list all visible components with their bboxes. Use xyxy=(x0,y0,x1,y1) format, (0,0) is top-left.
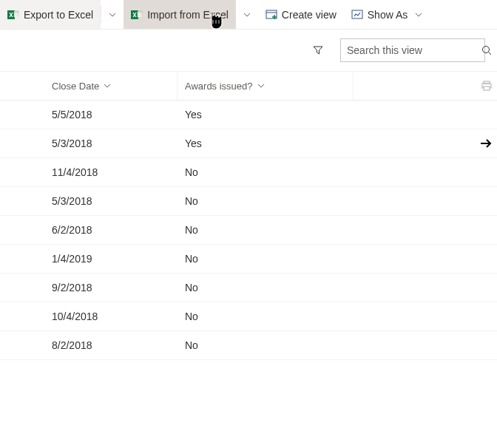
svg-rect-14 xyxy=(352,10,362,18)
create-view-icon xyxy=(266,9,277,21)
export-to-excel-button[interactable]: Export to Excel xyxy=(0,0,101,29)
table-row[interactable]: 10/4/2018No xyxy=(0,302,497,331)
svg-rect-2 xyxy=(14,13,18,14)
svg-rect-19 xyxy=(484,86,490,90)
arrow-right-icon[interactable] xyxy=(479,137,493,150)
search-box[interactable] xyxy=(340,38,485,62)
export-label: Export to Excel xyxy=(24,9,93,21)
svg-rect-4 xyxy=(14,16,18,17)
svg-rect-6 xyxy=(138,11,142,13)
import-label: Import from Excel xyxy=(147,9,229,21)
chevron-down-icon xyxy=(257,82,265,89)
chevron-down-icon xyxy=(104,82,111,89)
cell-close-date: 11/4/2018 xyxy=(0,166,178,178)
svg-line-16 xyxy=(489,52,492,55)
column-header-close-date[interactable]: Close Date xyxy=(52,81,111,92)
chevron-down-icon xyxy=(109,11,116,18)
excel-icon xyxy=(7,9,19,21)
excel-icon xyxy=(131,9,143,21)
show-as-icon xyxy=(351,9,363,21)
cell-awards-issued: No xyxy=(178,224,354,236)
data-grid: Close Date Awards issued? 5/5/2018Yes5/3… xyxy=(0,71,497,360)
rows-container: 5/5/2018Yes5/3/2018Yes11/4/2018No5/3/201… xyxy=(0,101,497,360)
svg-rect-3 xyxy=(14,14,18,16)
command-bar: Export to Excel Import from Excel Create… xyxy=(0,0,497,30)
svg-point-15 xyxy=(483,47,490,53)
search-input[interactable] xyxy=(347,44,476,56)
funnel-icon xyxy=(312,44,324,56)
cell-close-date: 10/4/2018 xyxy=(0,310,178,322)
cell-awards-issued: Yes xyxy=(178,109,354,121)
chevron-down-icon xyxy=(415,11,422,18)
cell-awards-issued: No xyxy=(178,195,354,207)
cell-awards-issued: Yes xyxy=(178,138,354,149)
table-row[interactable]: 5/3/2018No xyxy=(0,187,497,216)
svg-rect-8 xyxy=(138,14,142,16)
filter-button[interactable] xyxy=(306,38,330,62)
search-icon xyxy=(481,44,493,56)
cell-actions xyxy=(354,137,497,150)
import-from-excel-button[interactable]: Import from Excel xyxy=(124,0,236,29)
cell-close-date: 6/2/2018 xyxy=(0,224,178,236)
table-row[interactable]: 5/5/2018Yes xyxy=(0,101,497,129)
cell-close-date: 8/2/2018 xyxy=(0,339,178,351)
column-label: Awards issued? xyxy=(185,81,253,92)
chevron-down-icon xyxy=(243,11,251,18)
svg-rect-9 xyxy=(138,16,142,17)
show-as-label: Show As xyxy=(368,9,408,21)
table-row[interactable]: 8/2/2018No xyxy=(0,331,497,360)
table-row[interactable]: 9/2/2018No xyxy=(0,274,497,302)
cell-close-date: 5/3/2018 xyxy=(0,138,178,149)
show-as-button[interactable]: Show As xyxy=(344,0,430,29)
cell-close-date: 5/5/2018 xyxy=(0,109,178,121)
cell-close-date: 1/4/2019 xyxy=(0,253,178,265)
table-row[interactable]: 6/2/2018No xyxy=(0,216,497,245)
export-dropdown[interactable] xyxy=(101,0,124,29)
create-view-button[interactable]: Create view xyxy=(258,0,344,29)
cell-awards-issued: No xyxy=(178,339,354,351)
cell-awards-issued: No xyxy=(178,310,354,322)
grid-header: Close Date Awards issued? xyxy=(0,71,497,101)
cell-close-date: 9/2/2018 xyxy=(0,282,178,293)
create-view-label: Create view xyxy=(282,9,337,21)
import-dropdown[interactable] xyxy=(236,0,258,29)
column-label: Close Date xyxy=(52,81,99,92)
cell-awards-issued: No xyxy=(178,166,354,178)
svg-rect-1 xyxy=(14,11,18,13)
cell-awards-issued: No xyxy=(178,282,354,293)
svg-rect-7 xyxy=(138,13,142,14)
cell-close-date: 5/3/2018 xyxy=(0,195,178,207)
table-row[interactable]: 5/3/2018Yes xyxy=(0,129,497,158)
sub-bar xyxy=(0,30,497,71)
print-icon[interactable] xyxy=(481,80,493,92)
cell-awards-issued: No xyxy=(178,253,354,265)
table-row[interactable]: 11/4/2018No xyxy=(0,158,497,187)
table-row[interactable]: 1/4/2019No xyxy=(0,245,497,274)
column-header-awards-issued[interactable]: Awards issued? xyxy=(185,81,265,92)
